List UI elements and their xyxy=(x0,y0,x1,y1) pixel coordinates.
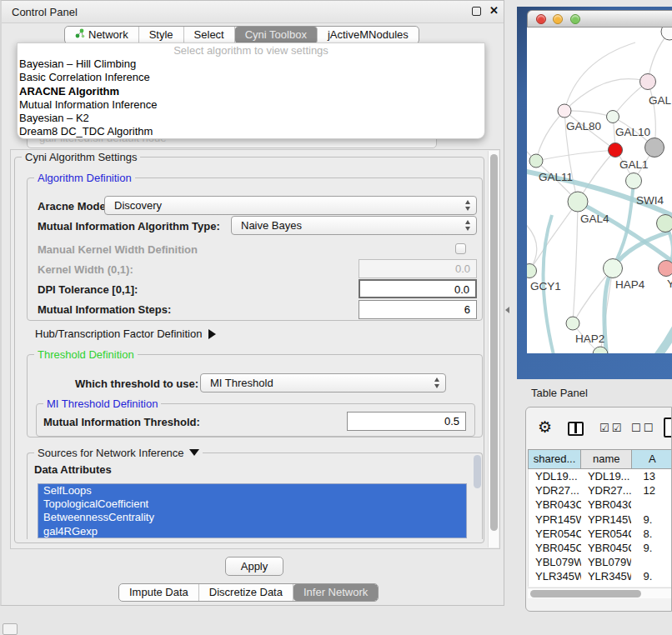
close-traffic-light-icon[interactable] xyxy=(536,14,546,24)
network-edge[interactable] xyxy=(527,219,537,271)
aracne-mode-select[interactable]: Discovery xyxy=(104,196,477,215)
network-node[interactable] xyxy=(657,215,672,232)
table-row[interactable]: YLR345WYLR345W9. xyxy=(529,569,672,583)
network-node-label: HAP4 xyxy=(615,278,645,291)
cyni-algorithm-settings-title: Cyni Algorithm Settings xyxy=(22,151,140,163)
network-node[interactable] xyxy=(558,104,571,118)
network-edge-thick[interactable] xyxy=(624,326,672,353)
table-cell: YIL052C xyxy=(529,584,581,588)
tab-style[interactable]: Style xyxy=(139,27,184,43)
data-attributes-list[interactable]: SelfLoopsTopologicalCoefficientBetweenne… xyxy=(38,483,467,538)
network-canvas[interactable]: GALGAL80GAL10GAL1GAL11SWI4GAL4GCY1HAP4YH… xyxy=(527,28,672,353)
network-node[interactable] xyxy=(645,138,664,158)
manual-kernel-width-checkbox[interactable] xyxy=(455,243,466,254)
table-row[interactable]: YIL052CYIL052C9. xyxy=(529,584,672,588)
table-row[interactable]: YBR043CYBR043C xyxy=(529,498,672,512)
network-node[interactable] xyxy=(529,154,543,168)
attribute-item[interactable]: SelfLoops xyxy=(38,484,466,498)
mi-threshold-field[interactable]: 0.5 xyxy=(347,412,466,431)
table-row[interactable]: YER054CYER054C8. xyxy=(529,527,672,541)
table-toolbar: ⚙ ☑☑ ☐☐ xyxy=(526,408,671,448)
kernel-width-field[interactable]: 0.0 xyxy=(359,259,477,278)
algorithm-option[interactable]: Bayesian – Hill Climbing xyxy=(18,58,484,71)
table-row[interactable]: YBR045CYBR045C9. xyxy=(529,541,672,555)
tab-jactivemnodules[interactable]: jActiveMNodules xyxy=(318,27,419,43)
network-node[interactable] xyxy=(626,173,642,189)
tab-infer-network[interactable]: Infer Network xyxy=(293,584,378,601)
tab-impute-data[interactable]: Impute Data xyxy=(119,584,199,601)
mi-threshold-title: MI Threshold Definition xyxy=(43,398,161,410)
network-edge-thick[interactable] xyxy=(604,232,670,353)
network-edge[interactable] xyxy=(564,79,648,111)
table-cell: YPR145W xyxy=(581,512,632,527)
attribute-item[interactable]: BetweennessCentrality xyxy=(38,511,466,524)
algorithm-option[interactable]: ARACNE Algorithm xyxy=(18,85,484,98)
minimized-panel-icon[interactable] xyxy=(3,623,18,635)
network-node[interactable] xyxy=(661,28,672,40)
mi-algorithm-type-select[interactable]: Naive Bayes xyxy=(231,216,477,235)
network-node[interactable] xyxy=(609,143,623,158)
zoom-traffic-light-icon[interactable] xyxy=(570,14,580,24)
tab-label: Impute Data xyxy=(129,584,188,601)
column-header-3[interactable]: A xyxy=(632,449,672,469)
algorithm-option[interactable]: Basic Correlation Inference xyxy=(18,71,484,84)
data-attributes-label: Data Attributes xyxy=(34,463,112,476)
which-threshold-select[interactable]: MI Threshold xyxy=(200,373,446,392)
column-header-2[interactable]: name xyxy=(581,449,632,469)
hub-definition-section[interactable]: Hub/Transcription Factor Definition xyxy=(35,328,216,340)
algorithm-definition-title: Algorithm Definition xyxy=(34,172,135,184)
attribute-item[interactable]: gal4RGexp xyxy=(38,525,466,538)
network-node[interactable] xyxy=(607,111,619,123)
deselect-all-columns-icon[interactable]: ☐☐ xyxy=(631,422,655,434)
float-icon[interactable] xyxy=(472,7,481,16)
tab-select[interactable]: Select xyxy=(184,27,235,43)
gear-icon[interactable]: ⚙ xyxy=(538,418,552,437)
panel-divider-collapse-icon[interactable] xyxy=(505,307,509,313)
network-edge[interactable] xyxy=(564,111,613,117)
network-node[interactable] xyxy=(604,259,623,278)
select-all-columns-icon[interactable]: ☑☑ xyxy=(599,422,624,434)
table-row[interactable]: YDL19...YDL19...13 xyxy=(529,469,672,483)
table-cell: 9. xyxy=(631,512,672,527)
tab-discretize-data[interactable]: Discretize Data xyxy=(199,584,293,601)
which-threshold-value: MI Threshold xyxy=(210,377,273,389)
table-cell: YER054C xyxy=(581,527,632,541)
network-node-label: GAL11 xyxy=(539,171,573,183)
network-edge[interactable] xyxy=(536,150,615,161)
columns-icon[interactable] xyxy=(568,422,584,436)
sources-title[interactable]: Sources for Network Inference xyxy=(34,447,203,459)
tab-network[interactable]: Network xyxy=(65,27,139,43)
table-row[interactable]: YDR27...YDR27...12 xyxy=(529,483,672,498)
table-horizontal-scrollbar[interactable] xyxy=(528,588,671,598)
dpi-tolerance-field[interactable]: 0.0 xyxy=(359,279,477,298)
minimize-traffic-light-icon[interactable] xyxy=(553,14,563,24)
network-node[interactable] xyxy=(527,264,537,278)
tab-cyni-toolbox[interactable]: Cyni Toolbox xyxy=(235,27,318,43)
network-view-frame: GALGAL80GAL10GAL1GAL11SWI4GAL4GCY1HAP4YH… xyxy=(517,7,672,379)
network-edge[interactable] xyxy=(536,111,564,161)
settings-vertical-scrollbar[interactable] xyxy=(488,151,499,548)
table-row[interactable]: YPR145WYPR145W9. xyxy=(529,512,672,527)
column-header-1[interactable]: shared... xyxy=(528,449,581,469)
attribute-item[interactable]: TopologicalCoefficient xyxy=(38,498,466,511)
network-node[interactable] xyxy=(566,317,579,330)
close-icon[interactable]: ✕ xyxy=(489,4,499,17)
sources-title-text: Sources for Network Inference xyxy=(38,447,184,459)
algorithm-option[interactable]: Bayesian – K2 xyxy=(18,112,484,125)
network-node[interactable] xyxy=(659,261,672,277)
network-node[interactable] xyxy=(568,192,588,212)
network-edge[interactable] xyxy=(529,202,578,271)
attributes-scrollbar[interactable] xyxy=(474,455,481,505)
apply-button[interactable]: Apply xyxy=(225,557,283,576)
table-doc-icon[interactable] xyxy=(664,418,672,438)
network-node[interactable] xyxy=(640,74,656,90)
table-row[interactable]: YBL079WYBL079W xyxy=(529,555,672,569)
control-panel-tabbar: NetworkStyleSelectCyni ToolboxjActiveMNo… xyxy=(64,26,419,44)
algorithm-option[interactable]: Mutual Information Inference xyxy=(18,98,484,112)
table-cell: YDR27... xyxy=(581,483,632,498)
algorithm-option[interactable]: Dream8 DC_TDC Algorithm xyxy=(18,125,484,138)
network-edge[interactable] xyxy=(573,202,578,323)
control-panel-window: Control Panel ✕ NetworkStyleSelectCyni T… xyxy=(0,0,504,606)
mi-steps-field[interactable]: 6 xyxy=(359,300,477,319)
table-cell: 9. xyxy=(631,541,672,555)
